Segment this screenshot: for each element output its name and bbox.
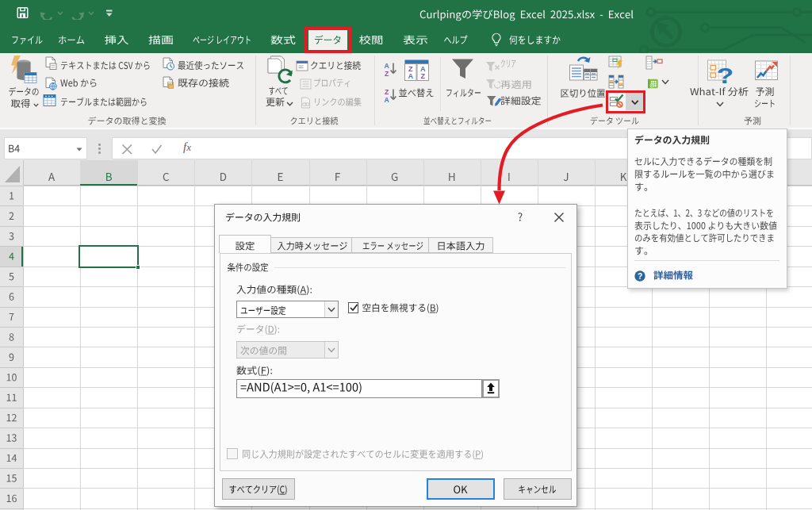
svg-text:Z: Z — [385, 70, 389, 78]
svg-text:A: A — [384, 62, 389, 70]
svg-text:Z: Z — [408, 64, 413, 72]
svg-text:Z: Z — [385, 88, 389, 96]
svg-text:A: A — [384, 96, 389, 104]
svg-text:?: ? — [717, 63, 733, 86]
svg-text:?: ? — [638, 271, 642, 280]
svg-text:A: A — [420, 64, 426, 72]
svg-text:A: A — [408, 72, 413, 80]
svg-text:Z: Z — [420, 72, 425, 80]
